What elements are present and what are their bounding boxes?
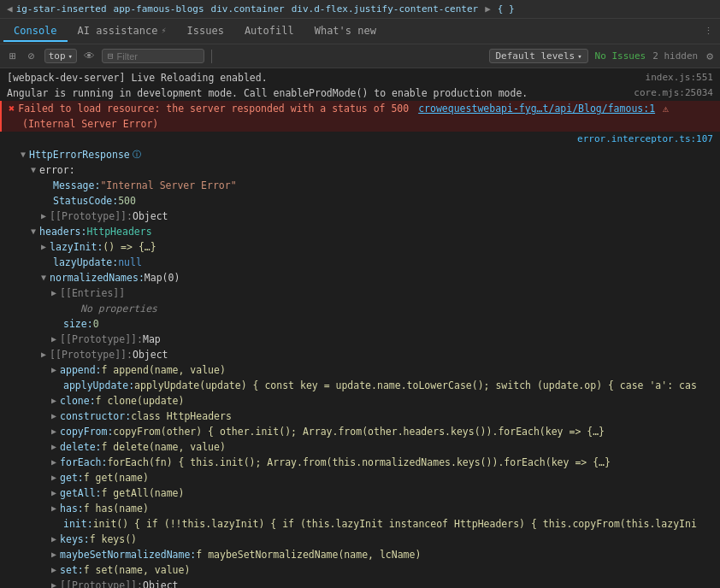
console-line-webpack-text: [webpack-dev-server] Live Reloading enab… <box>7 71 639 85</box>
tab-more-button[interactable]: ⋮ <box>700 24 717 38</box>
tab-issues[interactable]: Issues <box>177 21 234 42</box>
console-line-angular-source[interactable]: core.mjs:25034 <box>627 86 713 100</box>
tree-delete-key: delete: <box>60 440 101 454</box>
tree-proto-map-val: Map <box>143 332 161 346</box>
tree-clone-key: clone: <box>60 394 96 408</box>
tree-proto-headers-val: Object <box>133 348 168 362</box>
tree-delete-expand[interactable] <box>51 440 56 454</box>
console-source-link[interactable]: error.interceptor.ts:107 <box>570 132 713 146</box>
tree-proto-last-expand[interactable] <box>51 579 56 588</box>
console-line-angular-text: Angular is running in development mode. … <box>7 86 627 100</box>
tree-has-expand[interactable] <box>51 502 56 515</box>
tree-error-expand[interactable] <box>31 163 36 177</box>
breadcrumb-bar: ◀ ig-star-inserted app-famous-blogs div.… <box>0 0 720 19</box>
tree-maybesetnorm-key: maybeSetNormalizedName: <box>60 548 196 562</box>
tree-append-val: f append(name, value) <box>102 363 226 377</box>
tab-ai-label: AI assistance <box>78 25 158 37</box>
tree-set: set: f set(name, value) <box>0 562 720 578</box>
tree-size-val: 0 <box>93 317 99 331</box>
tree-headers-expand[interactable] <box>31 225 36 238</box>
console-line-angular: Angular is running in development mode. … <box>0 85 720 101</box>
tree-normalized-key: normalizedNames: <box>50 271 145 285</box>
tree-keys: keys: f keys() <box>0 532 720 547</box>
tree-proto-last-val: Object <box>143 579 179 588</box>
tree-error-key: error: <box>39 163 75 177</box>
tree-proto-headers-key: [[Prototype]]: <box>50 348 133 362</box>
default-levels-label: Default levels <box>495 50 575 62</box>
tree-info-icon[interactable]: ⓘ <box>133 148 141 162</box>
context-chevron-icon: ▾ <box>68 52 73 61</box>
breadcrumb-item-1[interactable]: ig-star-inserted <box>16 3 107 15</box>
levels-chevron-icon: ▾ <box>577 52 581 61</box>
tree-foreach-expand[interactable] <box>51 456 56 469</box>
tree-lazyinit-expand[interactable] <box>41 240 46 254</box>
breadcrumb-arrow[interactable]: ◀ <box>7 3 13 15</box>
tree-proto-map-expand[interactable] <box>51 332 56 346</box>
tab-console[interactable]: Console <box>3 21 68 42</box>
tree-proto-error-val: Object <box>133 209 168 223</box>
tree-lazyupdate-val: null <box>118 256 142 269</box>
context-dropdown[interactable]: top ▾ <box>44 49 77 63</box>
console-line-webpack-source[interactable]: index.js:551 <box>639 71 713 85</box>
tree-set-expand[interactable] <box>51 563 56 577</box>
tree-normalized-expand[interactable] <box>41 271 46 285</box>
tree-entries: [[Entries]] <box>0 285 720 301</box>
tab-whatsnew[interactable]: What's new <box>304 21 387 42</box>
tree-proto-error-key: [[Prototype]]: <box>50 209 133 223</box>
tree-lazyinit-val: () => {…} <box>103 240 156 254</box>
tree-proto-error: [[Prototype]]: Object <box>0 209 720 224</box>
tab-autofill[interactable]: Autofill <box>234 21 304 42</box>
tree-root-expand[interactable] <box>21 148 26 162</box>
tree-get-key: get: <box>60 471 84 485</box>
console-line-error-sub-text: (Internal Server Error) <box>22 117 713 131</box>
tree-foreach-key: forEach: <box>60 456 107 469</box>
tree-get: get: f get(name) <box>0 470 720 485</box>
breadcrumb-item-4[interactable]: div.d-flex.justify-content-center <box>292 3 479 15</box>
console-line-webpack: [webpack-dev-server] Live Reloading enab… <box>0 70 720 85</box>
tree-maybesetnorm-expand[interactable] <box>51 548 56 562</box>
tree-copyfrom-expand[interactable] <box>51 425 56 438</box>
tab-console-label: Console <box>14 25 57 37</box>
tree-constructor: constructor: class HttpHeaders <box>0 409 720 424</box>
tree-append-expand[interactable] <box>51 363 56 377</box>
tree-constructor-key: constructor: <box>60 409 131 423</box>
tree-clone-expand[interactable] <box>51 394 56 408</box>
tree-init-key: init: <box>63 517 93 531</box>
breadcrumb-item-3[interactable]: div.container <box>211 3 285 15</box>
tree-message-val: "Internal Server Error" <box>100 179 236 192</box>
tree-headers-node: headers: HttpHeaders <box>0 224 720 239</box>
tree-keys-expand[interactable] <box>51 532 56 546</box>
tree-applyupdate: applyUpdate: applyUpdate(update) { const… <box>0 378 720 393</box>
tree-proto-last: [[Prototype]]: Object <box>0 578 720 588</box>
sidebar-toggle-button[interactable]: ⊞ <box>7 49 19 63</box>
error-link[interactable]: crowequestwebapi-fyg…t/api/Blog/famous:1 <box>418 103 655 115</box>
tree-proto-last-key: [[Prototype]]: <box>60 579 143 588</box>
tree-applyupdate-val: applyUpdate(update) { const key = update… <box>134 379 697 392</box>
tree-get-expand[interactable] <box>51 471 56 485</box>
tree-size: size: 0 <box>0 316 720 332</box>
tree-append: append: f append(name, value) <box>0 362 720 378</box>
tab-ai[interactable]: AI assistance ⚡ <box>68 21 177 42</box>
tree-statuscode-key: StatusCode: <box>53 194 118 208</box>
tree-keys-key: keys: <box>60 532 90 546</box>
filter-input-wrapper[interactable]: ⊟ <box>102 49 204 63</box>
visibility-button[interactable]: 👁 <box>84 50 95 62</box>
tree-getall-expand[interactable] <box>51 486 56 500</box>
settings-gear-icon[interactable]: ⚙ <box>706 50 713 62</box>
breadcrumb-more[interactable]: ▶ <box>485 3 491 15</box>
context-label: top <box>49 50 66 62</box>
tree-entries-key: [[Entries]] <box>60 286 125 300</box>
tree-maybesetnorm-val: f maybeSetNormalizedName(name, lcName) <box>196 548 421 562</box>
tree-entries-expand[interactable] <box>51 286 56 300</box>
tree-normalized-val: Map(0) <box>145 271 180 285</box>
tree-constructor-expand[interactable] <box>51 409 56 423</box>
breadcrumb-item-2[interactable]: app-famous-blogs <box>114 3 204 15</box>
tree-lazyinit: lazyInit: () => {…} <box>0 239 720 255</box>
filter-text-input[interactable] <box>117 51 194 62</box>
tree-proto-headers-expand[interactable] <box>41 348 46 362</box>
tree-set-val: f set(name, value) <box>84 563 191 577</box>
default-levels-dropdown[interactable]: Default levels ▾ <box>489 49 587 63</box>
tree-proto-error-expand[interactable] <box>41 209 46 223</box>
tree-no-props: No properties <box>0 301 720 316</box>
clear-console-button[interactable]: ⊘ <box>26 49 38 63</box>
